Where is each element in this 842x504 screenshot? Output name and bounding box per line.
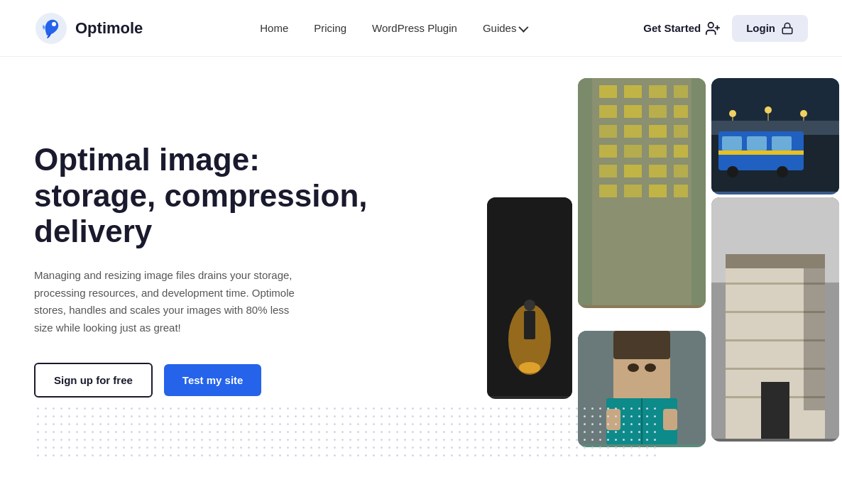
- svg-rect-15: [649, 85, 667, 98]
- svg-rect-26: [624, 145, 642, 158]
- navbar: Optimole Home Pricing WordPress Plugin G…: [0, 0, 842, 57]
- svg-rect-34: [624, 185, 642, 197]
- svg-point-41: [645, 363, 656, 372]
- svg-point-1: [52, 22, 56, 26]
- svg-rect-39: [613, 331, 670, 359]
- svg-rect-52: [747, 136, 767, 150]
- svg-rect-73: [804, 268, 825, 410]
- svg-rect-33: [599, 185, 617, 197]
- svg-rect-44: [606, 409, 620, 430]
- logo-icon: [34, 11, 68, 45]
- hero-section: Optimal image: storage, compression, del…: [0, 57, 842, 469]
- svg-point-54: [727, 166, 738, 177]
- svg-rect-9: [524, 311, 535, 339]
- chevron-down-icon: [519, 22, 529, 32]
- svg-rect-29: [599, 165, 617, 177]
- svg-rect-14: [624, 85, 642, 98]
- svg-rect-17: [599, 105, 617, 118]
- svg-rect-21: [599, 125, 617, 138]
- hero-content: Optimal image: storage, compression, del…: [34, 142, 375, 398]
- image-tile-5: [711, 197, 839, 442]
- nav-pricing[interactable]: Pricing: [314, 22, 346, 34]
- svg-rect-36: [674, 185, 688, 197]
- svg-rect-72: [726, 254, 825, 268]
- login-button[interactable]: Login: [732, 15, 808, 42]
- svg-rect-51: [722, 136, 742, 150]
- hero-subtitle: Managing and resizing image files drains…: [34, 267, 304, 337]
- svg-rect-45: [663, 409, 677, 430]
- svg-point-8: [519, 362, 540, 373]
- test-site-button[interactable]: Test my site: [164, 364, 262, 396]
- svg-rect-20: [674, 105, 688, 118]
- nav-guides[interactable]: Guides: [483, 22, 527, 34]
- svg-rect-56: [718, 150, 804, 155]
- svg-rect-31: [649, 165, 667, 177]
- image-tile-3: [578, 331, 706, 447]
- person-plus-icon: [705, 21, 721, 36]
- image-tile-4: [711, 78, 839, 195]
- nav-home[interactable]: Home: [260, 22, 288, 34]
- lock-icon: [781, 22, 794, 35]
- svg-rect-16: [674, 85, 688, 98]
- svg-rect-22: [624, 125, 642, 138]
- hero-image-mosaic: [487, 78, 842, 447]
- svg-rect-35: [649, 185, 667, 197]
- image-tile-2: [578, 78, 706, 308]
- signup-button[interactable]: Sign up for free: [34, 363, 153, 398]
- hero-buttons: Sign up for free Test my site: [34, 363, 375, 398]
- svg-point-55: [777, 166, 788, 177]
- svg-rect-25: [599, 145, 617, 158]
- svg-rect-32: [674, 165, 688, 177]
- image-tile-1: [487, 197, 572, 399]
- svg-rect-53: [772, 136, 792, 150]
- nav-wordpress-plugin[interactable]: WordPress Plugin: [372, 22, 457, 34]
- svg-rect-13: [599, 85, 617, 98]
- svg-rect-5: [782, 28, 792, 33]
- svg-point-10: [524, 300, 535, 311]
- svg-rect-71: [761, 382, 789, 439]
- svg-point-40: [628, 363, 639, 372]
- svg-rect-30: [624, 165, 642, 177]
- brand-name: Optimole: [75, 19, 143, 38]
- logo-link[interactable]: Optimole: [34, 11, 143, 45]
- svg-rect-23: [649, 125, 667, 138]
- nav-right: Get Started Login: [643, 15, 808, 42]
- nav-links: Home Pricing WordPress Plugin Guides: [260, 22, 526, 35]
- svg-rect-18: [624, 105, 642, 118]
- svg-rect-24: [674, 125, 688, 138]
- hero-title: Optimal image: storage, compression, del…: [34, 142, 375, 250]
- get-started-button[interactable]: Get Started: [643, 21, 721, 36]
- svg-rect-27: [649, 145, 667, 158]
- svg-point-2: [709, 22, 713, 27]
- svg-rect-19: [649, 105, 667, 118]
- svg-rect-28: [674, 145, 688, 158]
